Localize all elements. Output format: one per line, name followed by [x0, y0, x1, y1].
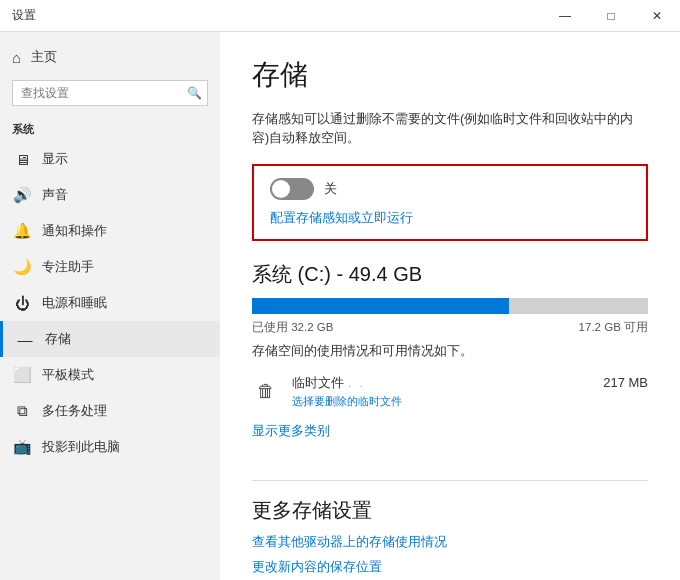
sidebar-item-project[interactable]: 📺 投影到此电脑 [0, 429, 220, 465]
titlebar: 设置 — □ ✕ [0, 0, 680, 32]
notifications-icon: 🔔 [12, 222, 32, 240]
divider [252, 480, 648, 481]
trash-icon-box: 🗑 [252, 377, 280, 405]
display-icon: 🖥 [12, 151, 32, 168]
storage-sense-toggle[interactable] [270, 178, 314, 200]
sound-icon: 🔊 [12, 186, 32, 204]
sidebar-item-multitask[interactable]: ⧉ 多任务处理 [0, 393, 220, 429]
sidebar-item-label: 多任务处理 [42, 402, 107, 420]
sidebar-item-label: 投影到此电脑 [42, 438, 120, 456]
tablet-icon: ⬜ [12, 366, 32, 384]
sidebar-section-title: 系统 [0, 112, 220, 141]
sidebar-item-notifications[interactable]: 🔔 通知和操作 [0, 213, 220, 249]
sidebar-item-label: 存储 [45, 330, 71, 348]
free-label: 17.2 GB 可用 [579, 320, 648, 335]
storage-desc: 存储空间的使用情况和可用情况如下。 [252, 343, 648, 360]
sidebar-item-label: 显示 [42, 150, 68, 168]
sidebar-item-label: 声音 [42, 186, 68, 204]
sidebar-item-power[interactable]: ⏻ 电源和睡眠 [0, 285, 220, 321]
titlebar-controls: — □ ✕ [542, 0, 680, 32]
storage-icon: — [15, 331, 35, 348]
drive-title: 系统 (C:) - 49.4 GB [252, 261, 648, 288]
focus-icon: 🌙 [12, 258, 32, 276]
storage-sense-toggle-box: 关 配置存储感知或立即运行 [252, 164, 648, 241]
close-button[interactable]: ✕ [634, 0, 680, 32]
sidebar-item-label: 平板模式 [42, 366, 94, 384]
main-layout: ⌂ 主页 🔍 系统 🖥 显示 🔊 声音 🔔 通知和操作 🌙 [0, 32, 680, 580]
sidebar-item-label: 通知和操作 [42, 222, 107, 240]
show-more-link[interactable]: 显示更多类别 [252, 423, 330, 440]
storage-sense-description: 存储感知可以通过删除不需要的文件(例如临时文件和回收站中的内容)自动释放空间。 [252, 110, 648, 148]
sidebar-item-label: 电源和睡眠 [42, 294, 107, 312]
temp-files-link[interactable]: 选择要删除的临时文件 [292, 394, 648, 409]
config-link[interactable]: 配置存储感知或立即运行 [270, 210, 413, 227]
toggle-label: 关 [324, 180, 337, 198]
files-info: 临时文件 . . 217 MB 选择要删除的临时文件 [292, 374, 648, 409]
settings-window: 设置 — □ ✕ ⌂ 主页 🔍 系统 🖥 显示 🔊 [0, 0, 680, 580]
sidebar-item-display[interactable]: 🖥 显示 [0, 141, 220, 177]
home-icon: ⌂ [12, 49, 21, 66]
content-area: 存储 存储感知可以通过删除不需要的文件(例如临时文件和回收站中的内容)自动释放空… [220, 32, 680, 580]
project-icon: 📺 [12, 438, 32, 456]
page-title: 存储 [252, 56, 648, 94]
more-section-title: 更多存储设置 [252, 497, 648, 524]
trash-icon: 🗑 [257, 381, 275, 402]
sidebar-item-sound[interactable]: 🔊 声音 [0, 177, 220, 213]
sidebar-search-box: 🔍 [12, 80, 208, 106]
storage-bar [252, 298, 648, 314]
temp-files-size: 217 MB [603, 375, 648, 390]
temp-files-row: 🗑 临时文件 . . 217 MB 选择要删除的临时文件 [252, 374, 648, 409]
multitask-icon: ⧉ [12, 402, 32, 420]
sidebar-home-label: 主页 [31, 48, 57, 66]
search-input[interactable] [12, 80, 208, 106]
files-dots: . . [348, 375, 365, 390]
power-icon: ⏻ [12, 295, 32, 312]
maximize-button[interactable]: □ [588, 0, 634, 32]
minimize-button[interactable]: — [542, 0, 588, 32]
sidebar-item-focus[interactable]: 🌙 专注助手 [0, 249, 220, 285]
sidebar-item-tablet[interactable]: ⬜ 平板模式 [0, 357, 220, 393]
sidebar-home-item[interactable]: ⌂ 主页 [0, 40, 220, 74]
sidebar: ⌂ 主页 🔍 系统 🖥 显示 🔊 声音 🔔 通知和操作 🌙 [0, 32, 220, 580]
temp-files-name: 临时文件 . . [292, 374, 365, 392]
sidebar-item-storage[interactable]: — 存储 [0, 321, 220, 357]
toggle-row: 关 [270, 178, 630, 200]
sidebar-item-label: 专注助手 [42, 258, 94, 276]
storage-bar-used [252, 298, 509, 314]
more-link-2[interactable]: 更改新内容的保存位置 [252, 559, 648, 576]
more-link-1[interactable]: 查看其他驱动器上的存储使用情况 [252, 534, 648, 551]
titlebar-title: 设置 [12, 7, 36, 24]
storage-info-row: 已使用 32.2 GB 17.2 GB 可用 [252, 320, 648, 335]
used-label: 已使用 32.2 GB [252, 320, 333, 335]
search-icon: 🔍 [187, 86, 202, 100]
